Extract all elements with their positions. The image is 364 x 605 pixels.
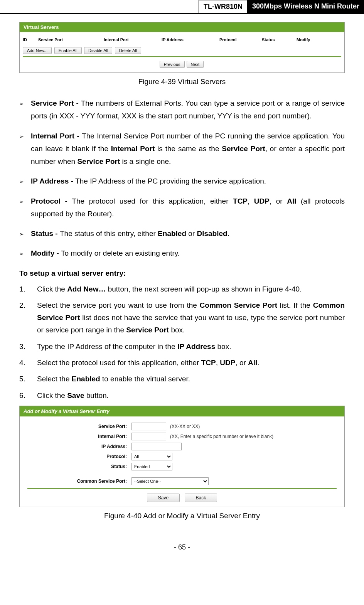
common-service-port-label: Common Service Port: xyxy=(27,479,131,484)
internal-port-label: Internal Port: xyxy=(27,434,131,439)
list-item: 3.Type the IP Address of the computer in… xyxy=(19,340,345,353)
page-header: TL-WR810N 300Mbps Wireless N Mini Router xyxy=(0,0,364,14)
col-modify: Modify xyxy=(297,37,320,42)
previous-button[interactable]: Previous xyxy=(160,61,185,68)
common-service-port-select[interactable]: --Select One-- xyxy=(131,477,209,485)
delete-all-button[interactable]: Delete All xyxy=(115,47,141,54)
service-port-label: Service Port: xyxy=(27,424,131,429)
chevron-right-icon: ➢ xyxy=(19,97,31,123)
divider xyxy=(23,56,341,57)
back-button[interactable]: Back xyxy=(185,494,217,502)
internal-port-input[interactable] xyxy=(131,433,166,440)
list-item: 6.Click the Save button. xyxy=(19,389,345,402)
panel-title: Add or Modify a Virtual Server Entry xyxy=(20,406,344,416)
model-desc: 300Mbps Wireless N Mini Router xyxy=(248,0,364,13)
protocol-label: Protocol: xyxy=(27,454,131,459)
list-item: ➢ Protocol - The protocol used for this … xyxy=(19,195,345,221)
list-item: ➢ IP Address - The IP Address of the PC … xyxy=(19,175,345,187)
list-item: ➢ Status - The status of this entry, eit… xyxy=(19,227,345,240)
list-item: 5.Select the Enabled to enable the virtu… xyxy=(19,373,345,385)
chevron-right-icon: ➢ xyxy=(19,227,31,240)
internal-port-hint: (XX, Enter a specific port number or lea… xyxy=(170,434,273,439)
chevron-right-icon: ➢ xyxy=(19,195,31,221)
ip-address-input[interactable] xyxy=(131,443,182,450)
virtual-servers-screenshot: Virtual Servers ID Service Port Internal… xyxy=(19,22,345,73)
col-service-port: Service Port xyxy=(38,37,104,42)
next-button[interactable]: Next xyxy=(187,61,204,68)
setup-heading: To setup a virtual server entry: xyxy=(19,269,345,278)
col-ip-address: IP Address xyxy=(162,37,219,42)
chevron-right-icon: ➢ xyxy=(19,247,31,260)
chevron-right-icon: ➢ xyxy=(19,130,31,168)
figure-caption-2: Figure 4-40 Add or Modify a Virtual Serv… xyxy=(19,512,345,520)
col-status: Status xyxy=(262,37,297,42)
disable-all-button[interactable]: Disable All xyxy=(84,47,112,54)
list-item: 2.Select the service port you want to us… xyxy=(19,299,345,337)
steps-list: 1.Click the Add New… button, the next sc… xyxy=(19,283,345,402)
list-item: ➢ Modify - To modify or delete an existi… xyxy=(19,247,345,260)
col-internal-port: Internal Port xyxy=(104,37,162,42)
status-select[interactable]: Enabled xyxy=(131,463,172,470)
definitions-list: ➢ Service Port - The numbers of External… xyxy=(19,97,345,260)
col-protocol: Protocol xyxy=(219,37,262,42)
col-id: ID xyxy=(23,37,38,42)
list-item: 4.Select the protocol used for this appl… xyxy=(19,357,345,369)
save-button[interactable]: Save xyxy=(147,494,180,502)
chevron-right-icon: ➢ xyxy=(19,175,31,187)
service-port-input[interactable] xyxy=(131,423,166,430)
list-item: ➢ Service Port - The numbers of External… xyxy=(19,97,345,123)
table-header-row: ID Service Port Internal Port IP Address… xyxy=(23,35,341,44)
enable-all-button[interactable]: Enable All xyxy=(54,47,82,54)
model-label: TL-WR810N xyxy=(199,0,248,13)
panel-title: Virtual Servers xyxy=(20,22,344,32)
figure-caption-1: Figure 4-39 Virtual Servers xyxy=(19,78,345,86)
protocol-select[interactable]: All xyxy=(131,453,172,460)
divider xyxy=(27,488,337,489)
ip-address-label: IP Address: xyxy=(27,444,131,449)
page-number: - 65 - xyxy=(0,543,364,559)
service-port-hint: (XX-XX or XX) xyxy=(170,424,200,429)
status-label: Status: xyxy=(27,464,131,469)
add-modify-screenshot: Add or Modify a Virtual Server Entry Ser… xyxy=(19,406,345,507)
list-item: ➢ Internal Port - The Internal Service P… xyxy=(19,130,345,168)
add-new-button[interactable]: Add New... xyxy=(23,47,52,54)
list-item: 1.Click the Add New… button, the next sc… xyxy=(19,283,345,295)
